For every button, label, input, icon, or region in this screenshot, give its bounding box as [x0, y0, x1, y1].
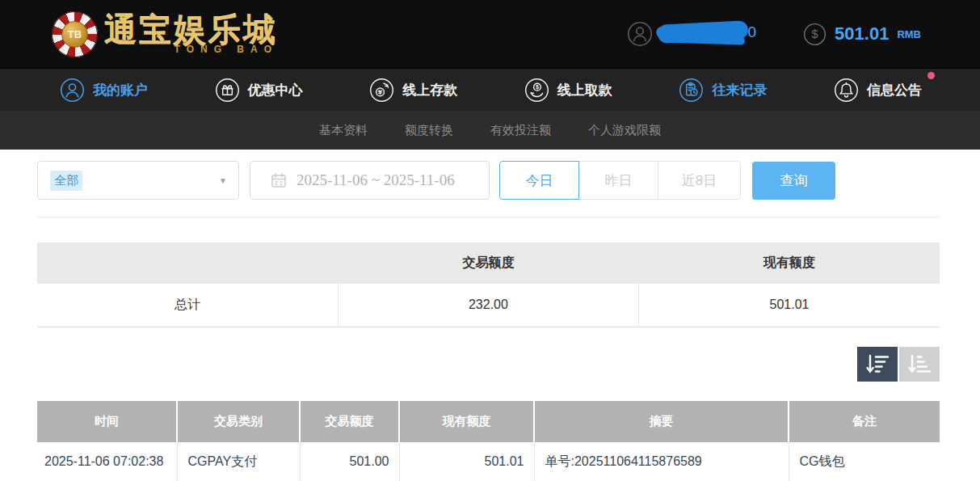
nav-label: 线上存款 [402, 81, 457, 99]
nav-item-my-account[interactable]: 我的账户 [60, 78, 148, 103]
nav-item-records[interactable]: 往来记录 [679, 78, 767, 103]
content-area: 全部 ▼ 2025-11-06 ~ 2025-11-06 今日 昨日 近8日 查… [0, 150, 980, 481]
transactions-table: 时间 交易类别 交易额度 现有额度 摘要 备注 2025-11-06 07:02… [37, 401, 940, 481]
cell-transaction-type: CGPAY支付 [177, 442, 300, 481]
top-header: TB 通宝娱乐城 TONG BAO 0 $ 501.01 RMB [0, 0, 980, 68]
balance-display[interactable]: $ 501.01 RMB [803, 23, 921, 46]
balance-currency: RMB [897, 28, 921, 40]
deposit-icon: ¥ [369, 78, 394, 103]
subnav-item-credit-transfer[interactable]: 额度转换 [405, 123, 453, 138]
username-visible-char: 0 [748, 23, 757, 41]
cell-time: 2025-11-06 07:02:38 [37, 442, 177, 481]
logo-subtitle: TONG BAO [175, 44, 278, 55]
summary-current-amount: 501.01 [639, 284, 940, 327]
gift-icon [215, 78, 240, 103]
dropdown-selected-value: 全部 [50, 171, 82, 191]
subnav-item-game-limits[interactable]: 个人游戏限额 [588, 123, 661, 138]
nav-item-withdraw[interactable]: $ 线上取款 [524, 78, 612, 103]
col-header-summary: 摘要 [534, 401, 789, 442]
search-button[interactable]: 查询 [752, 162, 835, 200]
logo-text: 通宝娱乐城 TONG BAO [104, 13, 278, 55]
col-header-current-amount: 现有额度 [399, 401, 534, 442]
col-header-transaction-amount: 交易额度 [300, 401, 399, 442]
user-avatar-icon [627, 21, 653, 47]
subnav: 基本资料 额度转换 有效投注额 个人游戏限额 [0, 111, 980, 150]
cell-transaction-amount: 501.00 [300, 442, 399, 481]
summary-table: 交易额度 现有额度 总计 232.00 501.01 [37, 243, 940, 327]
summary-header-transaction-amount: 交易额度 [338, 243, 638, 284]
sort-controls [37, 347, 940, 382]
col-header-transaction-type: 交易类别 [177, 401, 300, 442]
cell-remarks: CG钱包 [789, 442, 940, 481]
filter-row: 全部 ▼ 2025-11-06 ~ 2025-11-06 今日 昨日 近8日 查… [37, 161, 940, 200]
logo-title: 通宝娱乐城 [104, 13, 278, 47]
today-button[interactable]: 今日 [499, 161, 579, 200]
svg-text:$: $ [536, 83, 539, 91]
chevron-down-icon: ▼ [219, 176, 227, 185]
nav-item-promotions[interactable]: 优惠中心 [215, 78, 303, 103]
nav-label: 优惠中心 [248, 81, 303, 99]
nav-item-announcements[interactable]: 信息公告 [834, 78, 922, 103]
cell-summary: 单号:202511064115876589 [534, 442, 789, 481]
subnav-item-valid-bets[interactable]: 有效投注额 [490, 123, 551, 138]
svg-text:$: $ [812, 27, 818, 40]
nav-label: 信息公告 [867, 81, 922, 99]
last-8-days-button[interactable]: 近8日 [658, 161, 741, 200]
nav-label: 往来记录 [712, 81, 767, 99]
dollar-icon: $ [803, 23, 826, 46]
summary-transaction-amount: 232.00 [338, 284, 638, 327]
svg-text:¥: ¥ [378, 88, 383, 95]
col-header-remarks: 备注 [789, 401, 940, 442]
notification-dot [927, 72, 935, 79]
poker-chip-icon: TB [52, 11, 98, 57]
bell-icon [834, 78, 859, 103]
transaction-row: 2025-11-06 07:02:38 CGPAY支付 501.00 501.0… [37, 442, 940, 481]
sort-ascending-icon [906, 353, 933, 375]
header-right: 0 $ 501.01 RMB [627, 20, 921, 48]
subnav-item-basic-info[interactable]: 基本资料 [319, 123, 368, 138]
summary-header-row: 交易额度 现有额度 [37, 243, 940, 284]
sort-descending-icon [864, 353, 891, 375]
sort-ascending-button[interactable] [899, 347, 940, 382]
transactions-header-row: 时间 交易类别 交易额度 现有额度 摘要 备注 [37, 401, 940, 442]
user-icon [60, 78, 85, 103]
quick-date-buttons: 今日 昨日 近8日 [499, 161, 741, 200]
cell-current-amount: 501.01 [399, 442, 534, 481]
nav-item-deposit[interactable]: ¥ 线上存款 [369, 78, 457, 103]
summary-header-empty [37, 243, 338, 284]
date-range-value: 2025-11-06 ~ 2025-11-06 [297, 171, 455, 189]
date-range-input[interactable]: 2025-11-06 ~ 2025-11-06 [250, 161, 490, 200]
sort-descending-button[interactable] [857, 347, 898, 382]
nav-label: 我的账户 [93, 81, 148, 99]
section-divider [37, 217, 940, 217]
summary-header-current-amount: 现有额度 [639, 243, 940, 284]
col-header-time: 时间 [37, 401, 177, 442]
site-logo[interactable]: TB 通宝娱乐城 TONG BAO [52, 11, 278, 57]
withdraw-icon: $ [524, 78, 549, 103]
summary-total-label: 总计 [37, 284, 338, 327]
calendar-icon [271, 172, 287, 188]
summary-total-row: 总计 232.00 501.01 [37, 284, 940, 327]
balance-amount: 501.01 [835, 23, 889, 44]
type-dropdown[interactable]: 全部 ▼ [37, 161, 239, 200]
redacted-username: 0 [658, 20, 756, 48]
chip-monogram: TB [61, 21, 88, 48]
records-icon [679, 78, 704, 103]
account-section[interactable]: 0 [627, 20, 756, 48]
nav-label: 线上取款 [557, 81, 612, 99]
main-nav: 我的账户 优惠中心 ¥ 线上存款 $ 线上取款 [0, 68, 980, 111]
yesterday-button[interactable]: 昨日 [578, 161, 658, 200]
